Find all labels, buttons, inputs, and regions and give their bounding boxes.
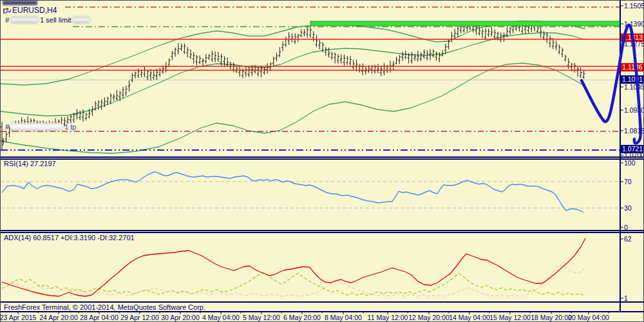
time-axis-label: 12 May 20:00: [408, 314, 450, 321]
time-axis-label: 8 May 04:00: [325, 314, 362, 321]
chart-canvas[interactable]: [1, 1, 644, 322]
time-axis-label: 5 May 12:00: [243, 314, 280, 321]
terminal-copyright: FreshForex Terminal, © 2001-2014, MetaQu…: [4, 303, 205, 311]
order-hash: #: [5, 16, 9, 24]
rsi-axis-label: 0: [624, 223, 628, 231]
terminal-chart-window: EURUSD,H4 # 1 sell limit # 1 tp RSI(14) …: [0, 0, 644, 322]
time-axis-label: 18 May 20:00: [531, 314, 572, 321]
redacted-text: [10, 17, 39, 23]
time-axis-label: 30 Apr 20:00: [161, 314, 200, 321]
time-axis-label: 4 May 04:00: [202, 314, 240, 321]
adx-axis-label: 1: [624, 294, 628, 302]
time-axis-label: 28 Apr 04:00: [80, 314, 118, 321]
rsi-axis-label: 30: [624, 204, 632, 212]
price-tick-label: 1.0815: [624, 127, 644, 135]
symbol-title: EURUSD,H4: [12, 6, 57, 15]
time-axis-label: 6 May 20:00: [283, 314, 321, 321]
redacted-text: [72, 17, 90, 23]
price-tag-1.0721: 1.0721: [621, 145, 644, 153]
price-tick-label: 1.1045: [624, 83, 644, 91]
sell-limit-order-label: # 1 sell limit: [5, 16, 90, 24]
time-axis-label: 29 Apr 12:00: [120, 314, 159, 321]
redacted-order-number: [3, 1, 37, 5]
price-tag-1.1146: 1.1146: [621, 63, 644, 71]
tp-text: 1 tp: [64, 123, 76, 131]
rsi-indicator-label: RSI(14) 27.2197: [4, 160, 56, 167]
order-hash: #: [5, 123, 9, 131]
adx-axis-label: 62: [624, 235, 632, 243]
time-axis-label: 11 May 12:00: [368, 314, 408, 321]
time-axis-label: 20 May 04:00: [568, 314, 609, 321]
time-axis-label: 14 May 04:00: [449, 314, 490, 321]
price-tick-label: 1.0930: [624, 106, 644, 114]
panel-separator[interactable]: [1, 156, 644, 160]
rsi-axis-label: 70: [624, 178, 632, 185]
adx-indicator-label: ADX(14) 60.8517 +DI:3.3190 -DI:32.2701: [4, 234, 135, 242]
price-axis-separator: [620, 1, 621, 312]
time-axis-separator: [1, 311, 644, 312]
price-tick-label: 1.1390: [624, 20, 644, 28]
sell-limit-text: 1 sell limit: [40, 16, 71, 24]
time-axis-label: 23 Apr 2015: [0, 314, 36, 321]
symbol-chart-icon: [3, 7, 12, 14]
time-axis-label: 15 May 12:00: [489, 314, 531, 321]
footer-separator: [1, 301, 644, 303]
price-tag-1.1313: 1.1313: [621, 33, 644, 42]
price-tick-label: 1.1505: [624, 2, 644, 10]
panel-separator[interactable]: [1, 230, 644, 233]
time-axis-label: 24 Apr 20:00: [39, 314, 78, 321]
redacted-text: [10, 123, 63, 131]
rsi-axis-label: 100: [624, 159, 636, 167]
price-tag-1.1091: 1.1091: [621, 75, 644, 84]
take-profit-label: # 1 tp: [5, 123, 76, 131]
